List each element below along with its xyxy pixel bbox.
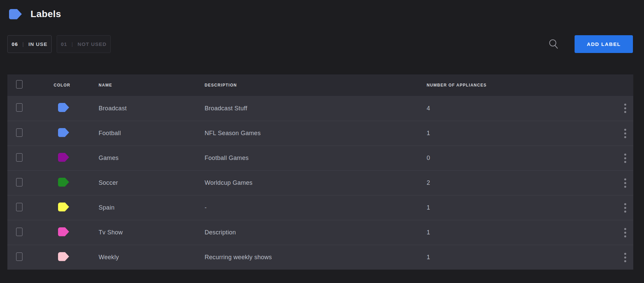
label-color-chip-green [58, 178, 69, 187]
row-checkbox[interactable] [16, 203, 22, 211]
row-checkbox[interactable] [16, 252, 22, 261]
label-name: Spain [99, 204, 205, 211]
appliance-count: 1 [427, 229, 608, 236]
label-color-chip-pink [58, 227, 69, 236]
label-name: Tv Show [99, 229, 205, 236]
label-color-chip-purple [58, 153, 69, 162]
table-row: Spain - 1 [7, 195, 633, 220]
label-description: Description [205, 229, 427, 236]
select-all-checkbox[interactable] [16, 80, 22, 89]
table-row: Soccer Worldcup Games 2 [7, 170, 633, 195]
row-checkbox[interactable] [16, 228, 22, 236]
table-row: Football NFL Season Games 1 [7, 121, 633, 146]
appliance-count: 0 [427, 155, 608, 162]
kebab-icon[interactable] [621, 127, 629, 139]
filter-divider: | [71, 41, 73, 47]
page-header: Labels [9, 9, 61, 19]
in-use-count: 06 [12, 41, 18, 47]
labels-table: COLOR NAME DESCRIPTION NUMBER OF APPLIAN… [7, 74, 633, 270]
table-row: Broadcast Broadcast Stuff 4 [7, 96, 633, 121]
add-label-button[interactable]: ADD LABEL [575, 35, 633, 53]
appliance-count: 2 [427, 179, 608, 186]
label-description: Worldcup Games [205, 179, 427, 186]
label-description: NFL Season Games [205, 130, 427, 137]
filter-in-use[interactable]: 06 | IN USE [7, 35, 52, 53]
label-color-chip-yellow [58, 203, 69, 212]
column-header-description: DESCRIPTION [205, 83, 427, 88]
column-header-appliances: NUMBER OF APPLIANCES [427, 83, 608, 88]
appliance-count: 1 [427, 204, 608, 211]
table-body: Broadcast Broadcast Stuff 4 Football NFL… [7, 96, 633, 270]
appliance-count: 4 [427, 105, 608, 112]
row-checkbox[interactable] [16, 103, 22, 112]
page-title: Labels [31, 9, 61, 19]
appliance-count: 1 [427, 130, 608, 137]
label-description: Football Games [205, 155, 427, 162]
label-description: - [205, 204, 427, 211]
filter-not-used[interactable]: 01 | NOT USED [57, 35, 111, 53]
kebab-icon[interactable] [621, 102, 629, 114]
label-description: Recurring weekly shows [205, 254, 427, 261]
kebab-icon[interactable] [621, 227, 629, 239]
kebab-icon[interactable] [621, 152, 629, 164]
tag-icon [9, 9, 22, 19]
row-checkbox[interactable] [16, 128, 22, 137]
table-header-row: COLOR NAME DESCRIPTION NUMBER OF APPLIAN… [7, 74, 633, 96]
column-header-color: COLOR [54, 83, 99, 88]
kebab-icon[interactable] [621, 251, 629, 264]
column-header-name: NAME [99, 83, 205, 88]
appliance-count: 1 [427, 254, 608, 261]
filter-divider: | [22, 41, 24, 47]
table-row: Weekly Recurring weekly shows 1 [7, 245, 633, 270]
in-use-label: IN USE [29, 41, 48, 47]
label-name: Weekly [99, 254, 205, 261]
label-name: Games [99, 155, 205, 162]
kebab-icon[interactable] [621, 202, 629, 214]
label-name: Broadcast [99, 105, 205, 112]
label-color-chip-blue [58, 128, 69, 137]
kebab-icon[interactable] [621, 177, 629, 189]
row-checkbox[interactable] [16, 153, 22, 162]
table-row: Tv Show Description 1 [7, 220, 633, 245]
row-checkbox[interactable] [16, 178, 22, 186]
label-color-chip-light-pink [58, 252, 69, 261]
label-color-chip-blue [58, 103, 69, 112]
label-description: Broadcast Stuff [205, 105, 427, 112]
not-used-label: NOT USED [77, 41, 106, 47]
label-name: Football [99, 130, 205, 137]
table-row: Games Football Games 0 [7, 146, 633, 170]
label-name: Soccer [99, 179, 205, 186]
search-icon[interactable] [547, 37, 559, 51]
not-used-count: 01 [61, 41, 67, 47]
